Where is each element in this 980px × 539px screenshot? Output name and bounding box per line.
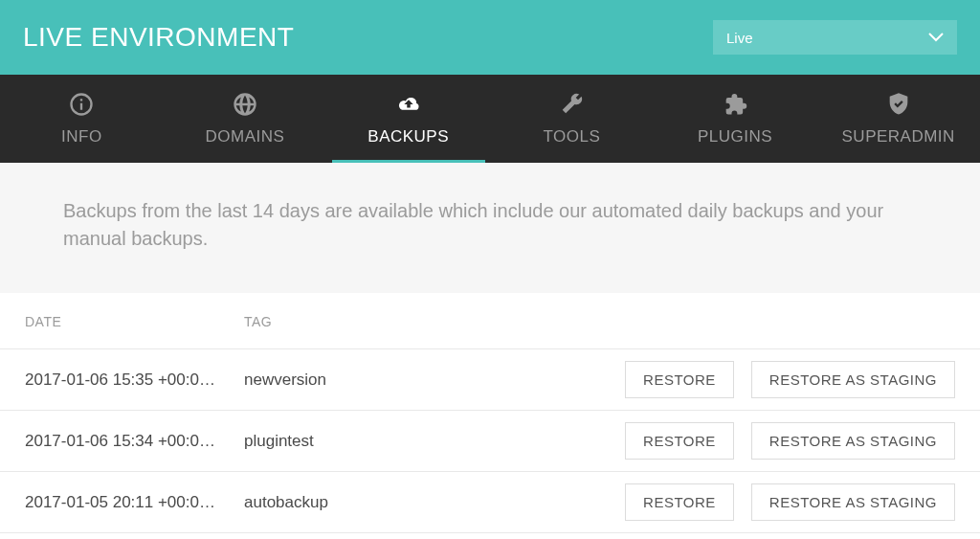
tab-plugins-label: PLUGINS: [698, 127, 772, 146]
puzzle-icon: [722, 91, 748, 118]
cell-date: 2017-01-06 15:35 +00:0…: [0, 371, 244, 390]
cloud-upload-icon: [395, 91, 422, 118]
col-header-tag: TAG: [244, 314, 602, 329]
chevron-down-icon: [928, 33, 944, 42]
backups-table: DATE TAG 2017-01-06 15:35 +00:0… newvers…: [0, 293, 980, 533]
navbar: INFO DOMAINS BACKUPS TOOLS PLUGINS SUPER…: [0, 75, 980, 163]
restore-as-staging-button[interactable]: RESTORE AS STAGING: [751, 361, 955, 398]
tab-info-label: INFO: [61, 127, 102, 146]
table-row: 2017-01-05 20:11 +00:0… autobackup RESTO…: [0, 472, 980, 533]
info-icon: [68, 91, 95, 118]
shield-check-icon: [885, 91, 912, 118]
restore-as-staging-button[interactable]: RESTORE AS STAGING: [751, 483, 955, 521]
tab-domains[interactable]: DOMAINS: [164, 75, 327, 163]
restore-as-staging-button[interactable]: RESTORE AS STAGING: [751, 422, 955, 460]
table-row: 2017-01-06 15:35 +00:0… newversion RESTO…: [0, 349, 980, 411]
description-text: Backups from the last 14 days are availa…: [0, 163, 980, 293]
cell-tag: plugintest: [244, 432, 602, 451]
tab-backups-label: BACKUPS: [368, 127, 449, 146]
header: LIVE ENVIRONMENT Live: [0, 0, 980, 75]
restore-button[interactable]: RESTORE: [625, 483, 734, 521]
cell-tag: autobackup: [244, 493, 602, 512]
tab-tools-label: TOOLS: [543, 127, 600, 146]
cell-tag: newversion: [244, 371, 602, 390]
restore-button[interactable]: RESTORE: [625, 422, 734, 460]
environment-select[interactable]: Live: [713, 20, 957, 55]
tab-tools[interactable]: TOOLS: [490, 75, 654, 163]
globe-icon: [232, 91, 258, 118]
tab-superadmin[interactable]: SUPERADMIN: [816, 75, 980, 163]
tab-plugins[interactable]: PLUGINS: [654, 75, 817, 163]
tab-info[interactable]: INFO: [0, 75, 164, 163]
cell-date: 2017-01-05 20:11 +00:0…: [0, 493, 244, 512]
col-header-date: DATE: [0, 314, 244, 329]
restore-button[interactable]: RESTORE: [625, 361, 734, 398]
wrench-icon: [558, 91, 585, 118]
tab-backups[interactable]: BACKUPS: [326, 75, 490, 163]
cell-date: 2017-01-06 15:34 +00:0…: [0, 432, 244, 451]
tab-superadmin-label: SUPERADMIN: [842, 127, 955, 146]
table-row: 2017-01-06 15:34 +00:0… plugintest RESTO…: [0, 411, 980, 472]
page-title: LIVE ENVIRONMENT: [23, 22, 294, 53]
tab-domains-label: DOMAINS: [206, 127, 285, 146]
environment-select-value: Live: [726, 30, 753, 46]
table-header: DATE TAG: [0, 293, 980, 349]
